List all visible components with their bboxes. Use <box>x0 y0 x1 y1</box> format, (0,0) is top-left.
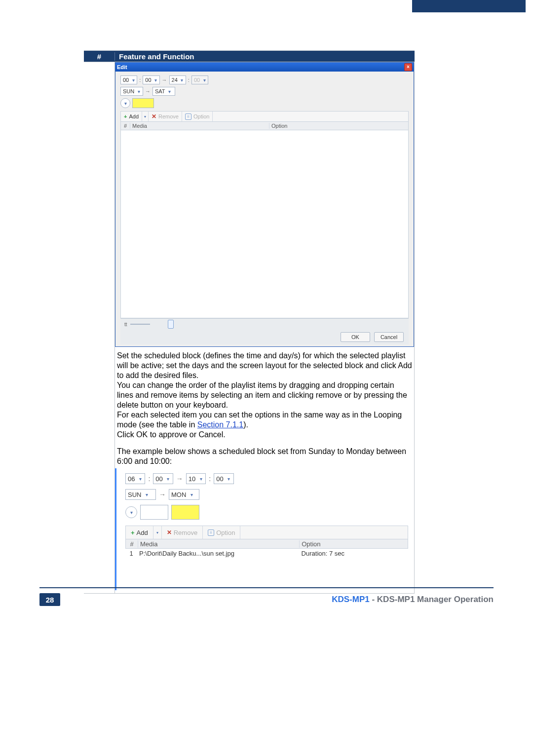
option-button[interactable]: ≡Option <box>203 526 240 539</box>
cancel-button[interactable]: Cancel <box>374 332 404 342</box>
end-hour-select[interactable]: 10 <box>186 473 206 484</box>
slider-thumb[interactable] <box>168 320 174 329</box>
col-media: Media <box>130 123 269 129</box>
add-button[interactable]: +Add <box>126 526 153 539</box>
section-link[interactable]: Section 7.1.1 <box>197 420 243 429</box>
media-toolbar: +Add ✕Remove ≡Option <box>125 526 408 539</box>
to-arrow: → <box>145 88 151 94</box>
row-index: 1 <box>125 550 137 557</box>
row-media: P:\Dorit\Daily Backu...\sun set.jpg <box>137 550 300 557</box>
end-min-select[interactable]: 00 <box>214 473 233 484</box>
feature-table: # Feature and Function Edit × 00 : <box>84 50 415 594</box>
media-grid-row[interactable]: 1 P:\Dorit\Daily Backu...\sun set.jpg Du… <box>125 549 408 558</box>
chevron-down-icon <box>225 474 233 483</box>
col-option: Option <box>269 123 408 129</box>
col-index: # <box>121 123 130 129</box>
ok-button[interactable]: OK <box>341 332 370 342</box>
chevron-down-icon <box>179 76 186 83</box>
start-min-select[interactable]: 00 <box>143 76 159 84</box>
end-day-select[interactable]: SAT <box>152 87 175 96</box>
dialog-button-row: OK Cancel <box>120 330 409 344</box>
end-hour-select[interactable]: 24 <box>169 76 186 84</box>
colon-sep: : <box>139 77 141 83</box>
chevron-down-icon <box>164 474 173 483</box>
page-number: 28 <box>39 593 60 606</box>
chevron-down-icon <box>142 490 151 499</box>
time-range-row: 06 : 00 → 10 : 00 <box>125 473 408 484</box>
chevron-down-icon <box>152 76 159 83</box>
desc-p4: Click OK to approve or Cancel. <box>117 430 412 440</box>
layout-swatch-yellow[interactable] <box>171 505 199 520</box>
start-min-select[interactable]: 00 <box>153 473 173 484</box>
plus-icon: + <box>124 113 127 119</box>
media-toolbar: +Add ✕Remove ≡Option <box>120 111 409 122</box>
color-swatch[interactable] <box>132 98 154 108</box>
x-icon: ✕ <box>167 529 172 536</box>
chevron-down-icon <box>135 88 142 95</box>
col-media: Media <box>138 540 300 548</box>
chevron-down-icon <box>144 114 146 119</box>
end-day-select[interactable]: MON <box>169 489 199 500</box>
footer-title: KDS-MP1 - KDS-MP1 Manager Operation <box>332 595 494 605</box>
dialog-titlebar[interactable]: Edit × <box>115 63 414 72</box>
plus-icon: + <box>131 529 135 536</box>
add-dropdown[interactable] <box>153 526 162 539</box>
add-button[interactable]: +Add <box>121 112 142 121</box>
layout-toggle-icon[interactable]: ▾ <box>125 506 137 518</box>
start-day-select[interactable]: SUN <box>125 489 156 500</box>
col-feature: Feature and Function <box>115 52 415 61</box>
end-min-select[interactable]: 00 <box>191 76 208 84</box>
desc-p1: Set the scheduled block (defines the tim… <box>117 351 412 380</box>
media-grid-header: # Media Option <box>125 539 408 549</box>
media-grid-header: # Media Option <box>120 122 409 130</box>
start-hour-select[interactable]: 00 <box>120 76 137 84</box>
start-day-select[interactable]: SUN <box>120 87 143 96</box>
chevron-down-icon <box>156 530 158 535</box>
zoom-slider-strip: tt <box>120 318 409 330</box>
option-button[interactable]: ≡Option <box>182 112 213 121</box>
remove-button[interactable]: ✕Remove <box>149 112 182 121</box>
layout-row: ▾ <box>125 505 408 520</box>
add-dropdown[interactable] <box>142 112 149 121</box>
desc-p3: For each selected item you can set the o… <box>117 410 412 430</box>
chevron-down-icon <box>187 490 196 499</box>
chevron-down-icon <box>136 474 145 483</box>
chevron-down-icon <box>166 88 173 95</box>
col-number: # <box>84 52 115 61</box>
row-option: Duration: 7 sec <box>300 550 408 557</box>
header-accent <box>412 0 526 12</box>
desc-p2: You can change the order of the playlist… <box>117 380 412 410</box>
day-range-row: SUN → SAT <box>120 87 409 96</box>
table-header-row: # Feature and Function <box>84 51 415 62</box>
chevron-down-icon <box>201 76 208 83</box>
to-arrow: → <box>162 77 167 83</box>
col-index: # <box>126 540 138 548</box>
start-hour-select[interactable]: 06 <box>125 473 145 484</box>
x-icon: ✕ <box>152 113 156 120</box>
media-grid-body[interactable] <box>120 130 409 318</box>
list-icon: ≡ <box>185 113 191 120</box>
cell-number-empty <box>84 62 115 594</box>
example-block: 06 : 00 → 10 : 00 SUN → MON <box>115 468 414 590</box>
list-icon: ≡ <box>208 529 214 536</box>
colon-sep: : <box>188 77 190 83</box>
description-block: Set the scheduled block (defines the tim… <box>115 349 414 466</box>
dialog-title: Edit <box>117 64 127 70</box>
chevron-down-icon <box>130 76 137 83</box>
edit-dialog: Edit × 00 : 00 → 24 : 00 <box>115 62 414 347</box>
layout-toggle-icon[interactable]: ▾ <box>120 98 130 108</box>
remove-button[interactable]: ✕Remove <box>162 526 203 539</box>
close-icon[interactable]: × <box>404 63 412 71</box>
time-range-row: 00 : 00 → 24 : 00 <box>120 76 409 84</box>
layout-swatch-white[interactable] <box>140 505 168 520</box>
layout-row: ▾ <box>120 98 409 108</box>
cell-feature: Edit × 00 : 00 → 24 : 00 <box>115 62 415 594</box>
chevron-down-icon <box>196 474 205 483</box>
page-footer: 28 KDS-MP1 - KDS-MP1 Manager Operation <box>39 587 494 608</box>
desc-p5: The example below shows a scheduled bloc… <box>117 447 412 466</box>
col-option: Option <box>300 540 408 548</box>
day-range-row: SUN → MON <box>125 489 408 500</box>
zoom-label: tt <box>124 322 127 327</box>
